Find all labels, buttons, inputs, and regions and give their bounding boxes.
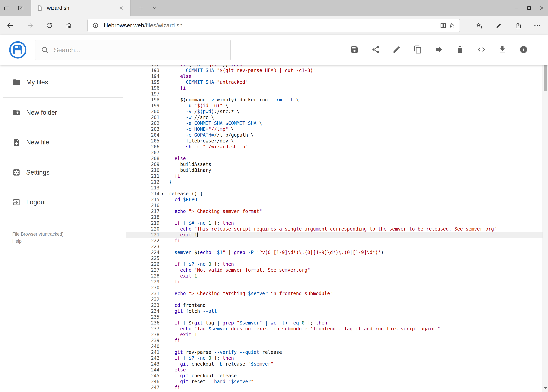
code-line-195[interactable]: 195 COMMIT_SHA="untracked" — [126, 79, 542, 85]
code-line-217[interactable]: 217 echo "> Checking semver format" — [126, 208, 542, 214]
tab-close-icon[interactable] — [117, 4, 125, 12]
line-number: 226 — [126, 261, 160, 267]
code-line-220[interactable]: 220 echo "This release script requires a… — [126, 226, 542, 232]
raw-code-button[interactable] — [477, 45, 486, 54]
code-line-222[interactable]: 222 fi — [126, 238, 542, 244]
forward-icon[interactable] — [26, 21, 35, 30]
rename-edit-button[interactable] — [392, 45, 401, 54]
refresh-icon[interactable] — [45, 21, 54, 30]
code-line-207[interactable]: 207 — [126, 150, 542, 156]
code-line-224[interactable]: 224 semver=$(echo "$1" | grep -P '^v(0|[… — [126, 250, 542, 255]
code-line-212[interactable]: 212} — [126, 179, 542, 185]
code-line-246[interactable]: 246 git reset --hard "$semver" — [126, 379, 542, 385]
code-line-233[interactable]: 233 cd frontend — [126, 302, 542, 308]
code-line-213[interactable]: 213 — [126, 185, 542, 191]
home-icon[interactable] — [65, 21, 73, 30]
fold-marker-icon[interactable]: ▾ — [160, 191, 165, 197]
tab-list-chevron-icon[interactable] — [150, 4, 159, 12]
code-line-200[interactable]: 200 -v /$(pwd):/src:z \ — [126, 109, 542, 114]
move-button[interactable] — [435, 45, 443, 54]
code-line-196[interactable]: 196 fi — [126, 85, 542, 91]
address-bar[interactable]: filebrowser.web/files/wizard.sh — [87, 19, 460, 32]
code-line-215[interactable]: 215 cd $REPO — [126, 197, 542, 203]
web-note-pen-icon[interactable] — [494, 21, 503, 30]
tab-preview-icon[interactable] — [16, 4, 25, 12]
minimize-button[interactable] — [510, 0, 523, 16]
code-line-225[interactable]: 225 — [126, 255, 542, 261]
more-options-icon[interactable] — [533, 21, 542, 30]
code-line-241[interactable]: 241 git rev-parse --verify --quiet relea… — [126, 349, 542, 355]
code-line-244[interactable]: 244 else — [126, 367, 542, 373]
code-line-218[interactable]: 218 — [126, 214, 542, 220]
sidebar-item-new-file[interactable]: New file — [0, 134, 126, 150]
code-line-198[interactable]: 198 $(command -v winpty) docker run --rm… — [126, 97, 542, 103]
code-line-201[interactable]: 201 -w //src \ — [126, 114, 542, 120]
code-line-203[interactable]: 203 -e HOME="//tmp" \ — [126, 126, 542, 132]
code-line-223[interactable]: 223 — [126, 244, 542, 250]
code-line-211[interactable]: 211 fi — [126, 173, 542, 179]
search-box[interactable] — [35, 40, 231, 60]
code-line-247[interactable]: 247 fi — [126, 385, 542, 391]
code-line-232[interactable]: 232 — [126, 296, 542, 302]
code-line-221[interactable]: 221 exit 1 — [126, 232, 542, 238]
code-line-237[interactable]: 237 echo "Tag $semver does not exist in … — [126, 326, 542, 332]
code-line-240[interactable]: 240 — [126, 343, 542, 349]
site-info-icon[interactable] — [91, 21, 100, 30]
hub-favorites-icon[interactable] — [475, 21, 484, 30]
code-line-208[interactable]: 208 else — [126, 156, 542, 161]
code-line-202[interactable]: 202 -e COMMIT_SHA=$COMMIT_SHA \ — [126, 120, 542, 126]
code-line-243[interactable]: 243 git checkout -b release "$semver" — [126, 361, 542, 367]
vertical-scrollbar[interactable] — [542, 35, 548, 392]
search-input[interactable] — [54, 46, 225, 54]
code-line-205[interactable]: 205 filebrowser/dev \ — [126, 138, 542, 144]
reading-view-icon[interactable] — [439, 21, 447, 30]
code-line-239[interactable]: 239 fi — [126, 338, 542, 343]
code-line-238[interactable]: 238 exit 1 — [126, 332, 542, 338]
code-line-236[interactable]: 236 if [ $(git tag | grep "$semver" | wc… — [126, 320, 542, 326]
delete-button[interactable] — [456, 45, 465, 54]
code-line-210[interactable]: 210 buildBinary — [126, 167, 542, 173]
info-button[interactable] — [519, 45, 528, 54]
code-line-227[interactable]: 227 echo "Not valid semver format. See s… — [126, 267, 542, 273]
sidebar-item-my-files[interactable]: My files — [0, 74, 126, 90]
copy-button[interactable] — [414, 45, 422, 54]
code-line-199[interactable]: 199 -u "$(id -u)" \ — [126, 103, 542, 109]
help-link[interactable]: Help — [12, 238, 64, 245]
code-editor[interactable]: 192 if [ -d ".git" ]; then193 COMMIT_SHA… — [126, 65, 542, 392]
code-line-197[interactable]: 197 — [126, 91, 542, 97]
code-line-228[interactable]: 228 exit 1 — [126, 273, 542, 279]
close-button[interactable] — [535, 0, 548, 16]
code-line-206[interactable]: 206 sh -c "./wizard.sh -b" — [126, 144, 542, 150]
code-line-231[interactable]: 231 echo "> Checking matching $semver in… — [126, 291, 542, 296]
code-line-229[interactable]: 229 fi — [126, 279, 542, 285]
code-line-235[interactable]: 235 — [126, 314, 542, 320]
code-line-242[interactable]: 242 if [ $? -ne 0 ]; then — [126, 355, 542, 361]
code-line-192[interactable]: 192 if [ -d ".git" ]; then — [126, 65, 542, 68]
code-line-216[interactable]: 216 — [126, 203, 542, 208]
code-line-194[interactable]: 194 else — [126, 73, 542, 79]
code-line-209[interactable]: 209 buildAssets — [126, 161, 542, 167]
code-line-245[interactable]: 245 git checkout release — [126, 373, 542, 379]
sidebar-item-settings[interactable]: Settings — [0, 165, 126, 180]
share-icon[interactable] — [514, 21, 523, 30]
new-tab-button[interactable] — [137, 4, 145, 12]
sidebar-item-logout[interactable]: Logout — [0, 194, 126, 210]
code-line-214[interactable]: 214▾release () { — [126, 191, 542, 197]
share-file-button[interactable] — [371, 45, 380, 54]
code-line-193[interactable]: 193 COMMIT_SHA="$(git rev-parse HEAD | c… — [126, 68, 542, 73]
favorite-star-icon[interactable] — [447, 21, 456, 30]
code-line-226[interactable]: 226 if [ $? -ne 0 ]; then — [126, 261, 542, 267]
maximize-button[interactable] — [523, 0, 535, 16]
back-icon[interactable] — [6, 21, 14, 30]
tab-wizard-sh[interactable]: wizard.sh — [31, 0, 131, 16]
fold-gutter — [160, 138, 165, 144]
code-line-204[interactable]: 204 -e GOPATH=//tmp/gopath \ — [126, 132, 542, 138]
set-tabs-aside-icon[interactable] — [2, 4, 11, 12]
code-line-219[interactable]: 219 if [ $# -ne 1 ]; then — [126, 220, 542, 226]
code-line-234[interactable]: 234 git fetch --all — [126, 308, 542, 314]
download-button[interactable] — [498, 45, 507, 54]
sidebar-item-new-folder[interactable]: New folder — [0, 105, 126, 120]
code-line-230[interactable]: 230 — [126, 285, 542, 291]
scroll-down-icon[interactable] — [543, 385, 548, 391]
save-button[interactable] — [350, 45, 359, 54]
